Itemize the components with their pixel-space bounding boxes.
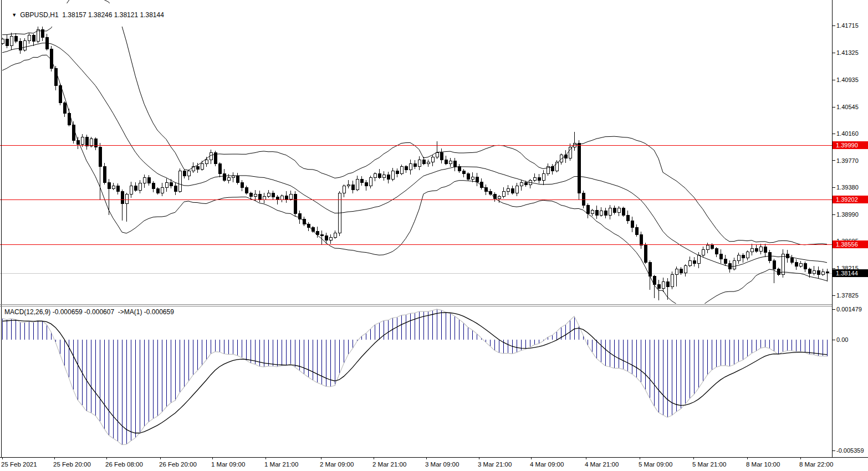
- svg-text:8 Mar 22:00: 8 Mar 22:00: [799, 461, 833, 468]
- svg-text:1.37825: 1.37825: [836, 292, 859, 299]
- svg-text:1.39770: 1.39770: [836, 157, 859, 164]
- svg-text:2 Mar 21:00: 2 Mar 21:00: [372, 461, 406, 468]
- svg-text:1.40545: 1.40545: [836, 104, 859, 110]
- svg-text:1.40935: 1.40935: [836, 76, 859, 83]
- svg-text:25 Feb 2021: 25 Feb 2021: [1, 461, 37, 468]
- macd-indicator-label: MACD(12,26,9) -0.000659 -0.000607 ->MA(1…: [3, 308, 175, 316]
- svg-text:1.40160: 1.40160: [836, 130, 859, 137]
- chart-window: 1.417151.413251.409351.405451.401601.397…: [0, 0, 868, 471]
- pane-separator-top[interactable]: [0, 304, 832, 305]
- svg-text:3 Mar 21:00: 3 Mar 21:00: [478, 461, 512, 468]
- ohlc-close: 1.38144: [140, 11, 164, 19]
- price-level-badge-0: 1.39990: [833, 141, 868, 149]
- price-chart-canvas[interactable]: 1.417151.413251.409351.405451.401601.397…: [0, 0, 868, 471]
- svg-text:-0.005359: -0.005359: [836, 447, 864, 454]
- svg-text:1 Mar 09:00: 1 Mar 09:00: [211, 461, 245, 468]
- svg-text:3 Mar 09:00: 3 Mar 09:00: [425, 461, 459, 468]
- svg-text:4 Mar 21:00: 4 Mar 21:00: [585, 461, 619, 468]
- svg-text:0.00: 0.00: [836, 336, 848, 343]
- svg-text:1.41325: 1.41325: [836, 49, 859, 56]
- svg-text:2 Mar 09:00: 2 Mar 09:00: [320, 461, 354, 468]
- svg-text:25 Feb 20:00: 25 Feb 20:00: [53, 461, 91, 468]
- svg-text:8 Mar 10:00: 8 Mar 10:00: [746, 461, 780, 468]
- svg-text:4 Mar 09:00: 4 Mar 09:00: [530, 461, 564, 468]
- svg-text:1.41715: 1.41715: [836, 22, 859, 29]
- svg-text:26 Feb 20:00: 26 Feb 20:00: [159, 461, 197, 468]
- svg-text:1.38990: 1.38990: [836, 211, 859, 218]
- svg-text:0.001479: 0.001479: [836, 306, 862, 313]
- symbol-period-label: GBPUSD,H1: [20, 11, 58, 19]
- ohlc-high: 1.38246: [88, 11, 112, 19]
- svg-text:1 Mar 21:00: 1 Mar 21:00: [264, 461, 298, 468]
- svg-text:5 Mar 09:00: 5 Mar 09:00: [639, 461, 672, 468]
- current-price-badge: 1.38144: [833, 269, 868, 277]
- ohlc-low: 1.38121: [114, 11, 138, 19]
- chart-header: ▼GBPUSD,H1 1.38157 1.38246 1.38121 1.381…: [3, 3, 165, 27]
- price-level-badge-2: 1.38556: [833, 240, 868, 248]
- svg-text:5 Mar 21:00: 5 Mar 21:00: [692, 461, 726, 468]
- ohlc-open: 1.38157: [62, 11, 86, 19]
- svg-text:26 Feb 08:00: 26 Feb 08:00: [105, 461, 143, 468]
- price-level-badge-1: 1.39202: [833, 196, 868, 203]
- symbol-dropdown-icon[interactable]: ▼: [12, 12, 17, 18]
- pane-separator-bottom[interactable]: [0, 306, 832, 306]
- svg-text:1.39380: 1.39380: [836, 184, 859, 191]
